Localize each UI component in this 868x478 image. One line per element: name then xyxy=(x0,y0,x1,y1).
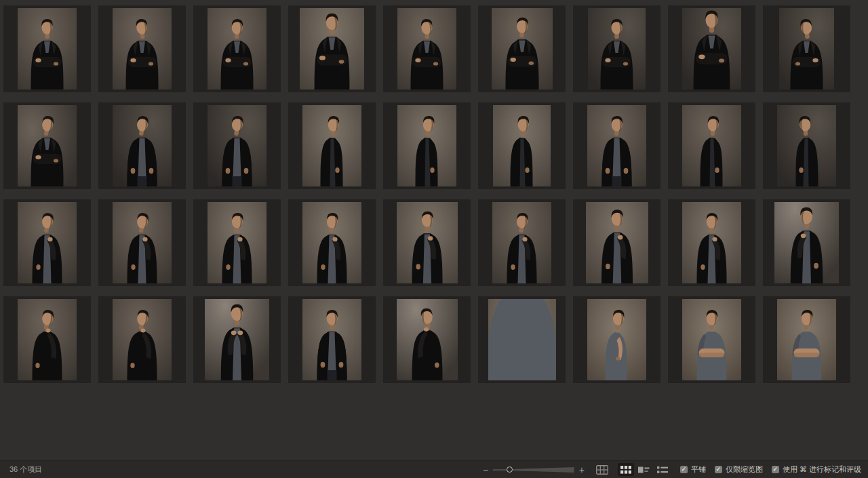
thumbnail-cell[interactable] xyxy=(383,199,471,286)
photo-thumbnail xyxy=(397,8,456,89)
thumbnail-cell[interactable] xyxy=(668,102,755,189)
photo-thumbnail xyxy=(682,8,741,89)
photo-thumbnail xyxy=(302,105,361,186)
thumbnail-cell[interactable] xyxy=(193,296,281,383)
photo-thumbnail xyxy=(208,202,267,283)
photo-thumbnail xyxy=(302,299,361,380)
thumbnail-cell[interactable] xyxy=(193,199,281,286)
slider-wedge xyxy=(513,467,574,473)
thumbnail-cell[interactable] xyxy=(98,199,186,286)
option-checkbox-2[interactable]: ✓使用 ⌘ 进行标记和评级 xyxy=(772,464,861,475)
photo-thumbnail xyxy=(492,8,553,89)
slider-knob[interactable] xyxy=(507,466,513,473)
thumbnail-cell[interactable] xyxy=(3,5,91,92)
thumbnail-cell[interactable] xyxy=(3,199,91,286)
checkbox-label: 平铺 xyxy=(691,464,706,475)
thumbnail-cell[interactable] xyxy=(383,102,471,189)
option-checkboxes: ✓平铺✓仅限缩览图✓使用 ⌘ 进行标记和评级 xyxy=(680,464,861,475)
option-checkbox-1[interactable]: ✓仅限缩览图 xyxy=(715,464,763,475)
details-view-button[interactable] xyxy=(636,463,652,476)
photo-thumbnail xyxy=(587,299,646,380)
photo-thumbnail xyxy=(777,299,836,380)
thumbnail-grid xyxy=(3,5,850,383)
thumbnail-grid-view-button[interactable] xyxy=(618,463,634,476)
grid-frame-toggle-button[interactable] xyxy=(594,463,610,476)
photo-thumbnail xyxy=(18,299,77,380)
thumbnail-cell[interactable] xyxy=(573,102,660,189)
thumbnail-cell[interactable] xyxy=(193,5,281,92)
photo-thumbnail xyxy=(586,202,648,283)
statusbar-controls: − + ✓平铺✓仅限缩览图✓使用 ⌘ 进行标记和评级 xyxy=(483,463,861,476)
thumbnail-cell[interactable] xyxy=(288,296,376,383)
photo-thumbnail xyxy=(208,105,267,186)
thumbnail-cell[interactable] xyxy=(193,102,281,189)
photo-thumbnail xyxy=(682,202,741,283)
photo-thumbnail xyxy=(113,105,172,186)
photo-thumbnail xyxy=(397,202,458,283)
thumbnail-cell[interactable] xyxy=(288,102,376,189)
photo-thumbnail xyxy=(587,105,646,186)
status-bar: 36 个项目 − + ✓平铺✓仅限缩览图✓使用 ⌘ 进行标记和评级 xyxy=(0,460,868,478)
list-view-icon xyxy=(657,466,668,474)
photo-thumbnail xyxy=(488,299,556,380)
checkbox-icon[interactable]: ✓ xyxy=(772,466,779,473)
photo-thumbnail xyxy=(18,8,77,89)
thumbnail-cell[interactable] xyxy=(478,5,566,92)
photo-thumbnail xyxy=(302,202,361,283)
thumbnail-grid-view-icon xyxy=(620,466,631,474)
thumbnail-cell[interactable] xyxy=(763,5,850,92)
thumbnail-cell[interactable] xyxy=(98,5,186,92)
thumbnail-cell[interactable] xyxy=(478,102,566,189)
thumbnail-cell[interactable] xyxy=(763,102,850,189)
photo-thumbnail xyxy=(774,202,839,283)
photo-thumbnail xyxy=(397,105,456,186)
photo-thumbnail xyxy=(205,299,269,380)
photo-thumbnail xyxy=(779,8,834,89)
thumbnail-cell[interactable] xyxy=(478,199,566,286)
photo-thumbnail xyxy=(682,105,741,186)
photo-thumbnail xyxy=(18,202,77,283)
thumbnail-cell[interactable] xyxy=(668,199,755,286)
photo-thumbnail xyxy=(682,299,741,380)
photo-thumbnail xyxy=(397,299,458,380)
thumbnail-size-slider-group: − + xyxy=(483,465,585,475)
thumbnail-cell[interactable] xyxy=(288,5,376,92)
photo-thumbnail xyxy=(113,8,172,89)
photo-thumbnail xyxy=(300,8,364,89)
list-view-button[interactable] xyxy=(654,463,671,476)
photo-thumbnail xyxy=(588,8,646,89)
photo-thumbnail xyxy=(777,105,836,186)
thumbnail-cell[interactable] xyxy=(98,296,186,383)
thumbnail-cell[interactable] xyxy=(383,296,471,383)
zoom-out-button[interactable]: − xyxy=(483,465,488,475)
thumbnail-cell[interactable] xyxy=(478,296,566,383)
view-mode-buttons xyxy=(594,463,671,476)
checkbox-icon[interactable]: ✓ xyxy=(680,466,688,473)
photo-thumbnail xyxy=(208,8,267,89)
photo-thumbnail xyxy=(113,299,172,380)
thumbnail-cell[interactable] xyxy=(98,102,186,189)
thumbnail-cell[interactable] xyxy=(288,199,376,286)
photo-thumbnail xyxy=(113,202,172,283)
checkbox-label: 使用 ⌘ 进行标记和评级 xyxy=(783,464,861,475)
checkbox-label: 仅限缩览图 xyxy=(726,464,763,475)
zoom-in-button[interactable]: + xyxy=(579,465,585,475)
thumbnail-cell[interactable] xyxy=(3,296,91,383)
thumbnail-cell[interactable] xyxy=(668,5,755,92)
option-checkbox-0[interactable]: ✓平铺 xyxy=(680,464,706,475)
thumbnail-size-slider[interactable] xyxy=(493,465,574,474)
thumbnail-cell[interactable] xyxy=(763,296,850,383)
thumbnail-cell[interactable] xyxy=(668,296,755,383)
photo-thumbnail xyxy=(492,202,551,283)
thumbnail-cell[interactable] xyxy=(573,296,660,383)
checkbox-icon[interactable]: ✓ xyxy=(715,466,722,473)
thumbnail-cell[interactable] xyxy=(763,199,850,286)
item-count-label: 36 个项目 xyxy=(9,464,42,475)
photo-thumbnail xyxy=(18,105,77,186)
grid-frame-toggle-icon xyxy=(596,465,608,475)
thumbnail-cell[interactable] xyxy=(573,5,660,92)
thumbnail-cell[interactable] xyxy=(3,102,91,189)
details-view-icon xyxy=(638,466,650,474)
thumbnail-cell[interactable] xyxy=(383,5,471,92)
thumbnail-cell[interactable] xyxy=(573,199,660,286)
